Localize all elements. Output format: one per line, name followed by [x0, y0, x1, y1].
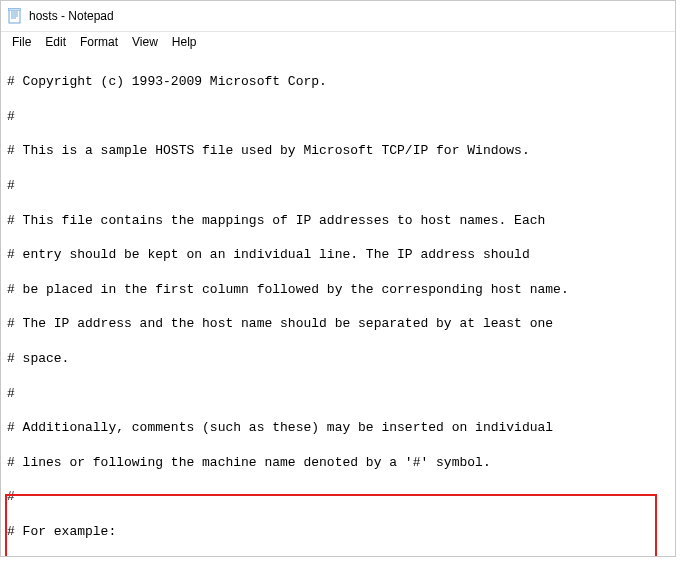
text-line: #	[7, 385, 669, 402]
notepad-window: hosts - Notepad File Edit Format View He…	[0, 0, 676, 557]
text-line: #	[7, 108, 669, 125]
text-line: # be placed in the first column followed…	[7, 281, 669, 298]
menu-edit[interactable]: Edit	[38, 34, 73, 50]
text-editor-area[interactable]: # Copyright (c) 1993-2009 Microsoft Corp…	[1, 54, 675, 556]
menu-format[interactable]: Format	[73, 34, 125, 50]
menu-file[interactable]: File	[5, 34, 38, 50]
svg-rect-5	[9, 9, 21, 11]
text-line: # For example:	[7, 523, 669, 540]
text-line: # The IP address and the host name shoul…	[7, 315, 669, 332]
notepad-app-icon	[7, 8, 23, 24]
title-bar[interactable]: hosts - Notepad	[1, 1, 675, 32]
text-line: # entry should be kept on an individual …	[7, 246, 669, 263]
text-line: # lines or following the machine name de…	[7, 454, 669, 471]
text-line: # space.	[7, 350, 669, 367]
text-line: # This is a sample HOSTS file used by Mi…	[7, 142, 669, 159]
text-line: # Copyright (c) 1993-2009 Microsoft Corp…	[7, 73, 669, 90]
menu-help[interactable]: Help	[165, 34, 204, 50]
hosts-file-content[interactable]: # Copyright (c) 1993-2009 Microsoft Corp…	[7, 56, 669, 556]
text-line: #	[7, 488, 669, 505]
text-line: # Additionally, comments (such as these)…	[7, 419, 669, 436]
menu-view[interactable]: View	[125, 34, 165, 50]
text-line: # This file contains the mappings of IP …	[7, 212, 669, 229]
window-title: hosts - Notepad	[29, 9, 114, 23]
menu-bar: File Edit Format View Help	[1, 32, 675, 54]
text-line: #	[7, 177, 669, 194]
